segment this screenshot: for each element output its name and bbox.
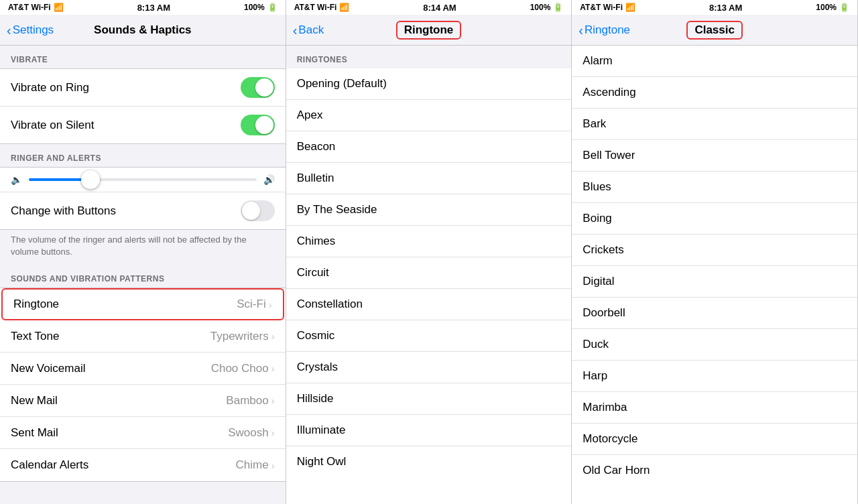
status-left-2: AT&T Wi-Fi 📶: [294, 3, 350, 12]
time-3: 8:13 AM: [709, 3, 742, 13]
nav-bar-2: ‹ Back Ringtone: [286, 15, 572, 46]
section-header-vibrate: VIBRATE: [0, 46, 286, 68]
nav-title-3: Classic: [686, 21, 743, 40]
text-tone-value: Typewriters ›: [210, 330, 275, 343]
list-item[interactable]: Motorcycle: [572, 424, 857, 455]
list-item[interactable]: Harp: [572, 361, 857, 392]
status-right-2: 100% 🔋: [530, 3, 564, 12]
volume-slider-row[interactable]: 🔈 🔊: [0, 168, 286, 192]
vibrate-on-ring-label: Vibrate on Ring: [11, 81, 89, 94]
list-item[interactable]: Alarm: [572, 46, 857, 77]
list-item[interactable]: By The Seaside: [286, 194, 572, 226]
ringer-group: 🔈 🔊 Change with Buttons: [0, 167, 286, 230]
battery-icon-1: 🔋: [267, 3, 278, 12]
list-item[interactable]: Old Car Horn: [572, 455, 857, 486]
wifi-icon-1: 📶: [54, 3, 64, 12]
back-label-1[interactable]: Settings: [13, 23, 54, 37]
list-item[interactable]: Crystals: [286, 352, 572, 383]
calendar-alerts-value-text: Chime: [236, 458, 269, 472]
back-button-3[interactable]: ‹ Ringtone: [578, 23, 630, 37]
list-item[interactable]: Bell Tower: [572, 140, 857, 172]
list-item[interactable]: Bulletin: [286, 163, 572, 194]
back-arrow-icon-2: ‹: [293, 23, 298, 37]
list-item[interactable]: Digital: [572, 266, 857, 298]
back-button-2[interactable]: ‹ Back: [293, 23, 324, 37]
vibrate-on-ring-cell[interactable]: Vibrate on Ring: [0, 69, 286, 107]
time-2: 8:14 AM: [423, 3, 456, 13]
list-item[interactable]: Crickets: [572, 235, 857, 266]
status-left-3: AT&T Wi-Fi 📶: [580, 3, 635, 12]
time-1: 8:13 AM: [137, 3, 170, 13]
sent-mail-label: Sent Mail: [11, 426, 58, 440]
list-item[interactable]: Blues: [572, 172, 857, 203]
status-right-1: 100% 🔋: [244, 3, 278, 12]
list-item[interactable]: Opening (Default): [286, 68, 572, 100]
back-label-3[interactable]: Ringtone: [585, 23, 630, 37]
list-item[interactable]: Circuit: [286, 257, 572, 289]
back-button-1[interactable]: ‹ Settings: [7, 23, 54, 37]
wifi-icon-2: 📶: [339, 3, 349, 12]
new-voicemail-value: Choo Choo ›: [211, 362, 275, 375]
calendar-alerts-cell[interactable]: Calendar Alerts Chime ›: [0, 449, 286, 481]
ringtone-value: Sci-Fi ›: [237, 298, 271, 311]
new-voicemail-cell[interactable]: New Voicemail Choo Choo ›: [0, 353, 286, 385]
panel-sounds-haptics: AT&T Wi-Fi 📶 8:13 AM 100% 🔋 ‹ Settings S…: [0, 0, 286, 504]
back-arrow-icon-3: ‹: [578, 23, 583, 37]
vibrate-on-ring-toggle[interactable]: [241, 77, 275, 98]
nav-title-1: Sounds & Haptics: [94, 23, 191, 37]
volume-slider-track[interactable]: [29, 178, 257, 181]
toggle-knob-3: [242, 202, 260, 220]
new-mail-cell[interactable]: New Mail Bamboo ›: [0, 385, 286, 417]
vibrate-on-silent-cell[interactable]: Vibrate on Silent: [0, 107, 286, 143]
list-item[interactable]: Doorbell: [572, 298, 857, 329]
nav-title-2: Ringtone: [396, 21, 462, 40]
nav-bar-1: ‹ Settings Sounds & Haptics: [0, 15, 286, 46]
back-arrow-icon-1: ‹: [7, 23, 11, 37]
list-item[interactable]: Duck: [572, 329, 857, 361]
list-item[interactable]: Illuminate: [286, 415, 572, 446]
list-item[interactable]: Hillside: [286, 383, 572, 415]
new-voicemail-value-text: Choo Choo: [211, 362, 269, 375]
classic-list[interactable]: Alarm Ascending Bark Bell Tower Blues Bo…: [572, 46, 857, 504]
calendar-alerts-label: Calendar Alerts: [11, 458, 88, 472]
list-item[interactable]: Constellation: [286, 289, 572, 320]
list-item[interactable]: Chimes: [286, 226, 572, 257]
change-with-buttons-cell[interactable]: Change with Buttons: [0, 192, 286, 229]
ringtone-list[interactable]: Opening (Default) Apex Beacon Bulletin B…: [286, 68, 572, 504]
text-tone-cell[interactable]: Text Tone Typewriters ›: [0, 320, 286, 353]
slider-thumb[interactable]: [81, 170, 100, 189]
sent-mail-cell[interactable]: Sent Mail Swoosh ›: [0, 417, 286, 449]
change-with-buttons-toggle[interactable]: [241, 200, 275, 221]
status-bar-3: AT&T Wi-Fi 📶 8:13 AM 100% 🔋: [572, 0, 857, 15]
nav-bar-3: ‹ Ringtone Classic: [572, 15, 857, 46]
text-tone-value-text: Typewriters: [210, 330, 269, 343]
battery-icon-3: 🔋: [839, 3, 849, 12]
list-item[interactable]: Ascending: [572, 77, 857, 109]
carrier-3: AT&T Wi-Fi: [580, 3, 623, 12]
wifi-icon-3: 📶: [625, 3, 635, 12]
new-mail-value: Bamboo ›: [226, 394, 274, 407]
new-voicemail-chevron-icon: ›: [271, 363, 275, 374]
volume-high-icon: 🔊: [263, 174, 275, 185]
ringtone-cell[interactable]: Ringtone Sci-Fi ›: [1, 288, 284, 320]
list-item[interactable]: Boing: [572, 203, 857, 235]
list-item[interactable]: Beacon: [286, 131, 572, 163]
status-bar-1: AT&T Wi-Fi 📶 8:13 AM 100% 🔋: [0, 0, 286, 15]
ringtone-chevron-icon: ›: [269, 299, 272, 310]
back-label-2[interactable]: Back: [298, 23, 324, 37]
scroll-area-1[interactable]: VIBRATE Vibrate on Ring Vibrate on Silen…: [0, 46, 286, 504]
list-item[interactable]: Marimba: [572, 392, 857, 424]
list-item[interactable]: Bark: [572, 109, 857, 140]
change-with-buttons-label: Change with Buttons: [11, 204, 116, 218]
vibrate-on-silent-toggle[interactable]: [241, 115, 275, 135]
ringtones-section-header: RINGTONES: [286, 46, 572, 68]
list-item[interactable]: Night Owl: [286, 446, 572, 477]
sent-mail-value: Swoosh ›: [228, 426, 274, 440]
new-mail-label: New Mail: [11, 394, 58, 407]
battery-icon-2: 🔋: [553, 3, 563, 12]
carrier-2: AT&T Wi-Fi: [294, 3, 337, 12]
list-item[interactable]: Apex: [286, 100, 572, 131]
vibrate-group: Vibrate on Ring Vibrate on Silent: [0, 68, 286, 144]
list-item[interactable]: Cosmic: [286, 320, 572, 352]
toggle-knob-1: [255, 78, 273, 97]
